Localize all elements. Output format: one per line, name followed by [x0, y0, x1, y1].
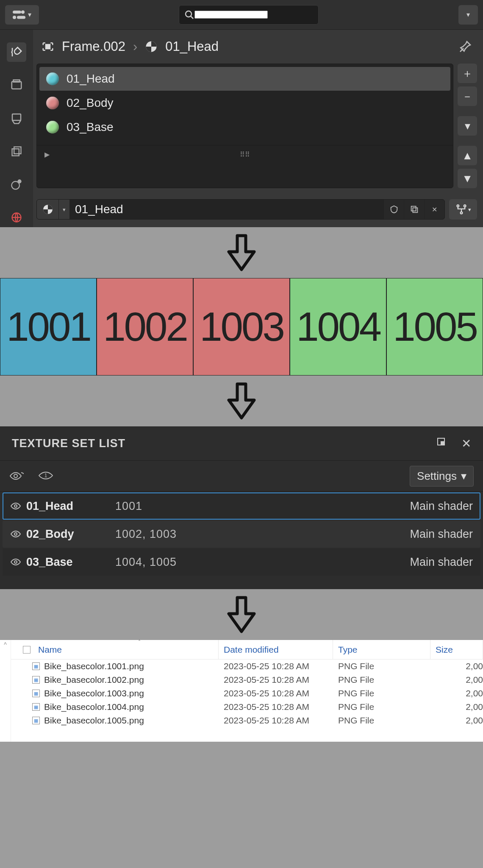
file-size: 2,00 — [430, 702, 483, 712]
svg-rect-17 — [411, 206, 416, 211]
file-explorer-panel: ^ ˄ Name Date modified Type Size ▦Bike_b… — [0, 640, 483, 742]
svg-rect-9 — [14, 147, 21, 154]
properties-search[interactable] — [179, 5, 319, 25]
close-icon[interactable]: ✕ — [461, 437, 471, 451]
svg-rect-5 — [12, 81, 22, 89]
texture-set-udims: 1004, 1005 — [115, 556, 410, 569]
file-row[interactable]: ▦Bike_basecolor.1003.png 2023-05-25 10:2… — [11, 687, 483, 700]
material-color-dot — [46, 97, 59, 109]
texture-set-shader[interactable]: Main shader — [410, 500, 473, 513]
tab-render[interactable] — [7, 75, 26, 95]
svg-rect-7 — [12, 114, 21, 120]
material-list-footer: ▶ ⠿⠿ — [37, 145, 453, 164]
material-name-input[interactable] — [70, 200, 383, 219]
options-dropdown[interactable]: ▾ — [458, 5, 478, 25]
material-color-dot — [46, 121, 59, 134]
column-name[interactable]: Name — [11, 640, 219, 659]
column-date[interactable]: Date modified — [219, 640, 333, 659]
texture-set-row[interactable]: 02_Body 1002, 1003 Main shader — [3, 520, 480, 548]
tab-viewlayer[interactable] — [7, 142, 26, 161]
file-date: 2023-05-25 10:28 AM — [219, 702, 333, 712]
image-file-icon: ▦ — [32, 676, 40, 684]
udim-tile: 1002 — [97, 278, 193, 376]
file-date: 2023-05-25 10:28 AM — [219, 715, 333, 726]
material-list-side-buttons: ＋ － ▾ ▲ ▼ — [458, 64, 477, 188]
file-row[interactable]: ▦Bike_basecolor.1001.png 2023-05-25 10:2… — [11, 659, 483, 673]
texture-set-udims: 1001 — [115, 500, 410, 513]
move-slot-up[interactable]: ▲ — [458, 146, 477, 165]
material-slot-list[interactable]: 01_Head 02_Body 03_Base ▶ ⠿⠿ — [36, 64, 453, 188]
sort-indicator-icon: ˄ — [138, 639, 141, 645]
svg-point-18 — [457, 205, 459, 207]
svg-rect-13 — [46, 45, 50, 49]
fake-user-toggle[interactable] — [383, 200, 404, 219]
explorer-tree-collapse[interactable]: ^ — [0, 640, 11, 742]
material-slot[interactable]: 01_Head — [39, 67, 450, 91]
search-input[interactable] — [194, 11, 268, 19]
svg-rect-0 — [13, 11, 21, 14]
texture-set-shader[interactable]: Main shader — [410, 556, 473, 569]
material-slot[interactable]: 03_Base — [39, 115, 450, 139]
display-mode-switch[interactable]: ▾ — [5, 5, 39, 25]
slot-specials-menu[interactable]: ▾ — [458, 116, 477, 136]
svg-point-19 — [464, 205, 466, 207]
drag-handle-icon[interactable]: ⠿⠿ — [240, 150, 250, 159]
image-file-icon: ▦ — [32, 717, 40, 724]
image-file-icon: ▦ — [32, 662, 40, 670]
properties-tab-sidebar — [0, 30, 33, 227]
texture-set-shader[interactable]: Main shader — [410, 528, 473, 541]
udim-tile: 1001 — [0, 278, 97, 376]
svg-point-11 — [18, 180, 21, 183]
file-type: PNG File — [333, 688, 430, 698]
file-name: Bike_basecolor.1001.png — [44, 661, 144, 671]
flow-arrow-3 — [0, 589, 483, 640]
tab-tool[interactable] — [7, 42, 26, 62]
svg-point-20 — [460, 212, 462, 214]
material-slot[interactable]: 02_Body — [39, 91, 450, 115]
visibility-all-icon[interactable] — [9, 470, 24, 482]
udim-tile: 1004 — [290, 278, 386, 376]
visibility-icon[interactable] — [10, 530, 23, 538]
svg-text:1: 1 — [44, 473, 47, 479]
udim-tile: 1003 — [193, 278, 290, 376]
file-size: 2,00 — [430, 715, 483, 726]
texture-set-name: 03_Base — [26, 556, 115, 569]
file-row[interactable]: ▦Bike_basecolor.1004.png 2023-05-25 10:2… — [11, 700, 483, 714]
unlink-material-button[interactable]: ✕ — [424, 200, 444, 219]
add-slot-button[interactable]: ＋ — [458, 64, 477, 83]
material-browse-icon[interactable] — [37, 200, 59, 219]
move-slot-down[interactable]: ▼ — [458, 169, 477, 188]
breadcrumb-frame[interactable]: Frame.002 — [62, 39, 125, 54]
tab-output[interactable] — [7, 108, 26, 128]
properties-topbar: ▾ ▾ — [0, 0, 483, 30]
material-browse-chevron[interactable]: ▾ — [59, 200, 70, 219]
file-size: 2,00 — [430, 688, 483, 698]
texture-set-row[interactable]: 03_Base 1004, 1005 Main shader — [3, 548, 480, 576]
texture-set-row[interactable]: 01_Head 1001 Main shader — [3, 492, 480, 520]
undock-icon[interactable] — [436, 437, 446, 451]
duplicate-material-button[interactable] — [404, 200, 424, 219]
select-all-checkbox[interactable] — [23, 646, 31, 654]
chevron-down-icon: ▾ — [468, 206, 471, 213]
visibility-single-icon[interactable]: 1 — [38, 470, 53, 482]
file-date: 2023-05-25 10:28 AM — [219, 661, 333, 671]
remove-slot-button[interactable]: － — [458, 86, 477, 106]
tab-world[interactable] — [7, 208, 26, 227]
svg-rect-3 — [17, 16, 25, 19]
visibility-icon[interactable] — [10, 558, 23, 566]
tab-material[interactable] — [7, 175, 26, 194]
column-type[interactable]: Type — [333, 640, 430, 659]
visibility-icon[interactable] — [10, 502, 23, 510]
chevron-down-icon: ▾ — [28, 11, 31, 19]
svg-rect-16 — [413, 208, 417, 212]
file-row[interactable]: ▦Bike_basecolor.1002.png 2023-05-25 10:2… — [11, 673, 483, 687]
breadcrumb-item[interactable]: 01_Head — [165, 39, 219, 54]
pin-icon[interactable] — [458, 40, 472, 53]
file-row[interactable]: ▦Bike_basecolor.1005.png 2023-05-25 10:2… — [11, 714, 483, 727]
play-icon[interactable]: ▶ — [44, 150, 50, 159]
settings-dropdown[interactable]: Settings ▾ — [410, 466, 474, 487]
texture-set-name: 01_Head — [26, 500, 115, 513]
column-size[interactable]: Size — [430, 640, 483, 659]
file-date: 2023-05-25 10:28 AM — [219, 675, 333, 685]
node-tree-button[interactable]: ▾ — [449, 199, 477, 220]
